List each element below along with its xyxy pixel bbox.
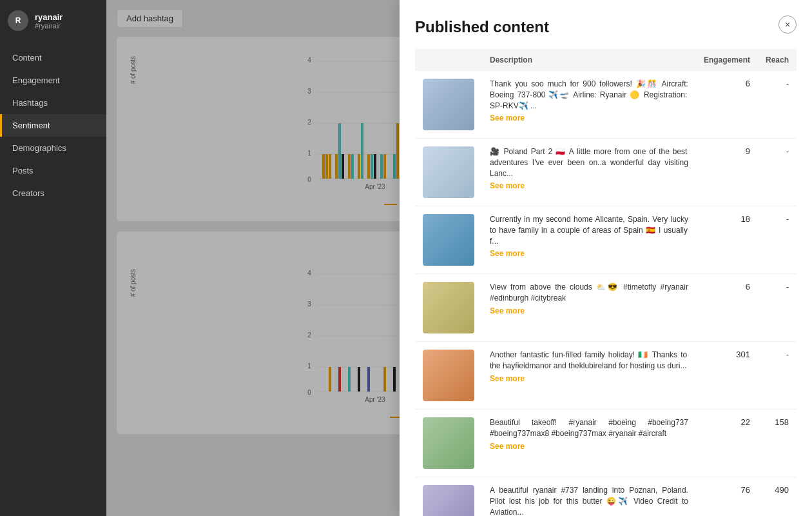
engagement-value: 22 [696, 410, 758, 477]
col-header-description: Description [482, 49, 696, 71]
modal-overlay: Published content × Description Engageme… [106, 0, 812, 516]
post-description-cell: Currently in my second home Alicante, Sp… [482, 206, 696, 274]
engagement-value: 9 [696, 139, 758, 206]
sidebar-item-sentiment[interactable]: Sentiment [0, 114, 106, 137]
brand-handle: #ryanair [35, 22, 63, 30]
reach-value: 490 [758, 477, 797, 517]
table-row: View from above the clouds ⛅😎 #timetofly… [415, 274, 797, 342]
reach-value: - [758, 206, 797, 274]
engagement-value: 18 [696, 206, 758, 274]
post-thumb-cell [415, 274, 482, 342]
post-thumbnail [423, 485, 474, 516]
post-description-text: A beautiful ryanair #737 landing into Po… [490, 485, 688, 516]
post-thumb-cell [415, 477, 482, 517]
post-thumb-cell [415, 410, 482, 477]
post-thumb-cell [415, 206, 482, 274]
post-thumb-cell [415, 342, 482, 410]
see-more-link[interactable]: See more [490, 442, 688, 451]
table-row: Currently in my second home Alicante, Sp… [415, 206, 797, 274]
reach-value: 158 [758, 410, 797, 477]
post-thumbnail [423, 282, 474, 333]
modal-panel: Published content × Description Engageme… [400, 0, 812, 516]
post-description-text: Beautiful takeoff! #ryanair #boeing #boe… [490, 417, 688, 439]
sidebar-nav: Content Engagement Hashtags Sentiment De… [0, 46, 106, 204]
engagement-value: 76 [696, 477, 758, 517]
engagement-value: 6 [696, 274, 758, 342]
table-row: 🎥 Poland Part 2 🇵🇱 A little more from on… [415, 139, 797, 206]
post-description-cell: Another fantastic fun-filled family holi… [482, 342, 696, 410]
post-thumb-cell [415, 139, 482, 206]
see-more-link[interactable]: See more [490, 306, 688, 315]
col-header-thumb [415, 49, 482, 71]
post-description-text: 🎥 Poland Part 2 🇵🇱 A little more from on… [490, 146, 688, 179]
main-area: Add hashtag # of posts 4 3 2 1 0 [106, 0, 812, 516]
avatar: R [8, 10, 28, 31]
sidebar-header: R ryanair #ryanair [0, 0, 106, 41]
sidebar: R ryanair #ryanair Content Engagement Ha… [0, 0, 106, 516]
table-row: Thank you soo much for 900 followers! 🎉🎊… [415, 71, 797, 139]
table-row: A beautiful ryanair #737 landing into Po… [415, 477, 797, 517]
table-row: Another fantastic fun-filled family holi… [415, 342, 797, 410]
reach-value: - [758, 139, 797, 206]
post-description-text: Another fantastic fun-filled family holi… [490, 350, 688, 372]
post-description-cell: Thank you soo much for 900 followers! 🎉🎊… [482, 71, 696, 139]
post-thumbnail [423, 146, 474, 198]
see-more-link[interactable]: See more [490, 114, 688, 123]
engagement-value: 6 [696, 71, 758, 139]
post-description-cell: A beautiful ryanair #737 landing into Po… [482, 477, 696, 517]
sidebar-item-demographics[interactable]: Demographics [0, 137, 106, 159]
modal-title: Published content [415, 18, 797, 36]
post-thumbnail [423, 417, 474, 469]
post-thumbnail [423, 350, 474, 401]
content-table: Description Engagement Reach Thank you s… [415, 49, 797, 516]
col-header-engagement: Engagement [696, 49, 758, 71]
engagement-value: 301 [696, 342, 758, 410]
post-description-text: Thank you soo much for 900 followers! 🎉🎊… [490, 79, 688, 111]
sidebar-item-engagement[interactable]: Engagement [0, 69, 106, 92]
sidebar-item-content[interactable]: Content [0, 46, 106, 69]
modal-close-button[interactable]: × [778, 15, 797, 34]
post-description-cell: Beautiful takeoff! #ryanair #boeing #boe… [482, 410, 696, 477]
brand-info: ryanair #ryanair [35, 12, 63, 30]
post-thumb-cell [415, 71, 482, 139]
sidebar-item-hashtags[interactable]: Hashtags [0, 92, 106, 114]
reach-value: - [758, 274, 797, 342]
sidebar-item-posts[interactable]: Posts [0, 159, 106, 182]
post-thumbnail [423, 214, 474, 266]
post-thumbnail [423, 79, 474, 130]
post-description-text: Currently in my second home Alicante, Sp… [490, 214, 688, 246]
reach-value: - [758, 71, 797, 139]
post-description-text: View from above the clouds ⛅😎 #timetofly… [490, 282, 688, 304]
brand-name: ryanair [35, 12, 63, 22]
post-description-cell: View from above the clouds ⛅😎 #timetofly… [482, 274, 696, 342]
see-more-link[interactable]: See more [490, 374, 688, 383]
table-row: Beautiful takeoff! #ryanair #boeing #boe… [415, 410, 797, 477]
reach-value: - [758, 342, 797, 410]
post-description-cell: 🎥 Poland Part 2 🇵🇱 A little more from on… [482, 139, 696, 206]
col-header-reach: Reach [758, 49, 797, 71]
see-more-link[interactable]: See more [490, 249, 688, 258]
see-more-link[interactable]: See more [490, 181, 688, 190]
sidebar-item-creators[interactable]: Creators [0, 182, 106, 204]
